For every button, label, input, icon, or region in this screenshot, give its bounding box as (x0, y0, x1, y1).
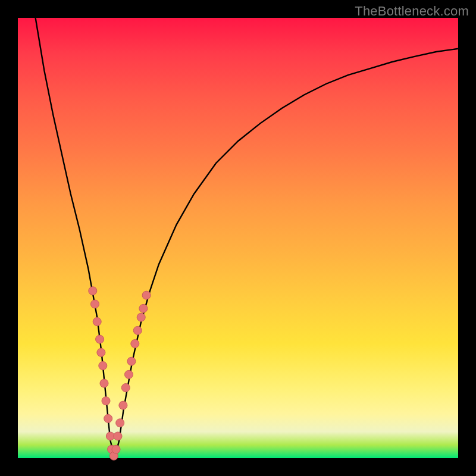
data-marker (104, 414, 112, 422)
data-marker (102, 397, 110, 405)
data-marker (93, 318, 101, 326)
data-marker (89, 287, 97, 295)
data-marker (121, 384, 130, 392)
data-marker (106, 432, 114, 440)
data-marker (91, 300, 99, 308)
data-marker (114, 432, 122, 440)
chart-svg (18, 18, 458, 458)
data-marker (131, 340, 139, 348)
bottleneck-curve (36, 18, 458, 458)
chart-frame: TheBottleneck.com (0, 0, 476, 476)
data-marker (100, 379, 108, 387)
data-marker (119, 401, 127, 409)
data-marker (137, 313, 145, 321)
watermark-text: TheBottleneck.com (355, 4, 469, 19)
data-marker (99, 362, 107, 370)
data-marker (142, 291, 151, 299)
plot-area (18, 18, 458, 458)
data-marker (127, 357, 136, 365)
data-marker (112, 445, 120, 453)
data-marker (116, 419, 124, 427)
data-marker (97, 348, 105, 356)
data-marker (96, 335, 104, 343)
data-marker (133, 326, 142, 334)
data-marker (125, 370, 133, 378)
data-markers (89, 287, 151, 461)
data-marker (139, 304, 148, 312)
